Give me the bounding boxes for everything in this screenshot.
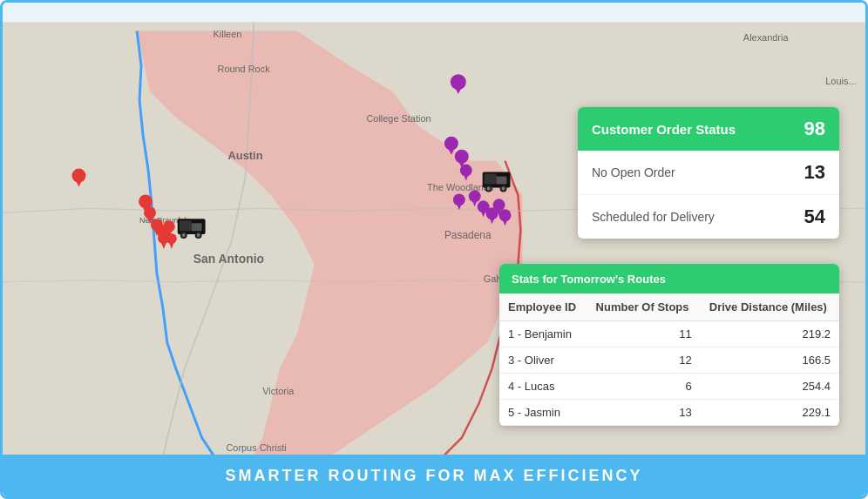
stats-table-header-row: Employee ID Number Of Stops Drive Distan… — [499, 293, 839, 321]
stats-title: Stats for Tomorrow's Routes — [512, 273, 666, 286]
table-row: 5 - Jasmin13229.1 — [499, 400, 839, 426]
order-status-title: Customer Order Status — [592, 122, 736, 137]
employee-id-cell: 4 - Lucas — [499, 374, 587, 400]
svg-point-66 — [502, 186, 505, 190]
svg-text:Alexandria: Alexandria — [743, 32, 790, 43]
svg-text:Austin: Austin — [227, 149, 262, 162]
employee-id-cell: 5 - Jasmin — [499, 400, 587, 426]
stats-table: Employee ID Number Of Stops Drive Distan… — [499, 293, 839, 426]
distance-cell: 219.2 — [701, 321, 839, 347]
order-status-header: Customer Order Status 98 — [578, 107, 839, 151]
svg-point-64 — [487, 186, 491, 190]
svg-text:Louis...: Louis... — [825, 76, 856, 86]
distance-cell: 166.5 — [701, 347, 839, 374]
svg-point-59 — [197, 233, 200, 237]
table-row: 4 - Lucas6254.4 — [499, 374, 839, 400]
scheduled-delivery-row: Scheduled for Delivery 54 — [578, 195, 839, 239]
svg-text:Corpus Christi: Corpus Christi — [226, 442, 286, 453]
svg-rect-62 — [497, 177, 507, 185]
svg-rect-54 — [180, 220, 192, 231]
stops-cell: 12 — [587, 347, 701, 374]
no-open-order-value: 13 — [804, 161, 825, 184]
svg-text:Killeen: Killeen — [214, 29, 242, 39]
col-stops: Number Of Stops — [587, 293, 701, 321]
table-row: 1 - Benjamin11219.2 — [499, 321, 839, 347]
svg-point-57 — [182, 233, 186, 237]
banner-text: SMARTER ROUTING FOR MAX EFFICIENCY — [226, 467, 643, 485]
svg-text:Pasadena: Pasadena — [444, 229, 492, 241]
svg-text:College Station: College Station — [366, 113, 431, 124]
table-row: 3 - Oliver12166.5 — [499, 347, 839, 374]
col-distance: Drive Distance (Miles) — [701, 293, 839, 321]
svg-text:Round Rock: Round Rock — [218, 64, 271, 74]
svg-rect-55 — [192, 223, 202, 231]
svg-text:Victoria: Victoria — [262, 386, 295, 396]
col-employee-id: Employee ID — [499, 293, 587, 321]
order-status-card: Customer Order Status 98 No Open Order 1… — [578, 107, 839, 239]
distance-cell: 254.4 — [701, 374, 839, 400]
stats-table-body: 1 - Benjamin11219.23 - Oliver12166.54 - … — [499, 321, 839, 426]
main-container: San Antonio Austin The Woodlands Pasaden… — [0, 0, 868, 499]
svg-text:San Antonio: San Antonio — [193, 252, 264, 266]
order-status-total: 98 — [804, 118, 825, 140]
stops-cell: 11 — [587, 321, 701, 347]
distance-cell: 229.1 — [701, 400, 839, 426]
scheduled-delivery-value: 54 — [804, 206, 825, 228]
stats-card: Stats for Tomorrow's Routes Employee ID … — [499, 264, 839, 426]
bottom-banner: SMARTER ROUTING FOR MAX EFFICIENCY — [3, 455, 865, 496]
employee-id-cell: 3 - Oliver — [499, 347, 587, 374]
no-open-order-label: No Open Order — [592, 165, 675, 179]
stops-cell: 13 — [587, 400, 701, 426]
scheduled-delivery-label: Scheduled for Delivery — [592, 210, 715, 224]
no-open-order-row: No Open Order 13 — [578, 151, 839, 195]
stops-cell: 6 — [587, 374, 701, 400]
stats-header: Stats for Tomorrow's Routes — [499, 264, 839, 293]
employee-id-cell: 1 - Benjamin — [499, 321, 587, 347]
svg-rect-61 — [485, 174, 497, 185]
